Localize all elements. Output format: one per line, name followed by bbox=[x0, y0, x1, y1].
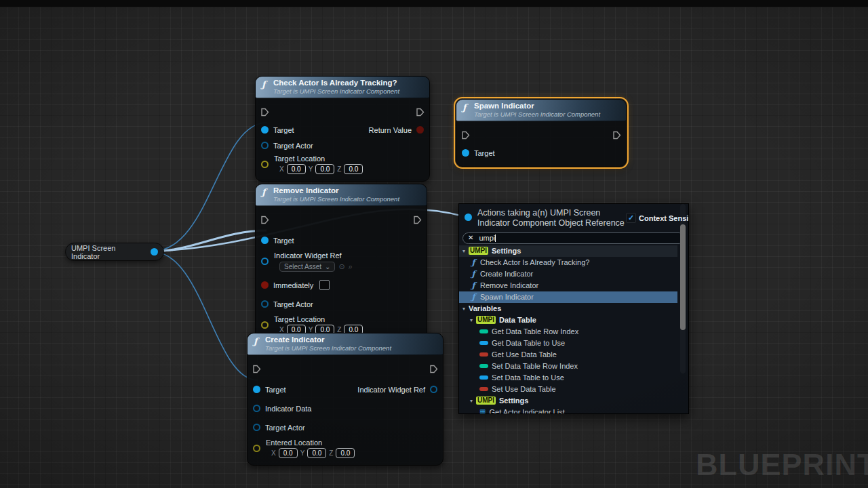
menu-item-set-data-table-to-use[interactable]: Set Data Table to Use bbox=[459, 372, 677, 384]
exec-out-pin[interactable] bbox=[413, 216, 422, 224]
target-pin[interactable] bbox=[462, 149, 469, 157]
target-location-label: Target Location bbox=[274, 315, 421, 323]
immediately-pin[interactable] bbox=[261, 281, 269, 289]
node-header-spawn[interactable]: ƒ Spawn Indicator Target is UMPI Screen … bbox=[456, 100, 626, 121]
context-sensitive-checkbox[interactable]: ✓ bbox=[626, 213, 636, 223]
use-asset-icon[interactable]: ⊙ bbox=[338, 262, 344, 271]
umpi-highlight-chip: UMPI bbox=[476, 316, 496, 324]
menu-item-list: ▾UMPISettingsƒCheck Actor Is Already Tra… bbox=[459, 245, 688, 415]
target-actor-pin[interactable] bbox=[253, 424, 260, 431]
menu-search-input[interactable]: ✕ umpi bbox=[462, 232, 685, 244]
variable-node-umpi-screen-indicator[interactable]: UMPI Screen Indicator bbox=[65, 243, 164, 261]
menu-item-label: Spawn Indicator bbox=[480, 293, 534, 301]
indicator-data-pin[interactable] bbox=[253, 405, 260, 412]
return-value-pin[interactable] bbox=[416, 126, 424, 134]
target-location-pin[interactable] bbox=[261, 161, 269, 168]
menu-item-variables[interactable]: ▾Variables bbox=[459, 303, 677, 314]
browse-asset-icon[interactable]: ⌕ bbox=[349, 262, 353, 271]
node-title: Create Indicator bbox=[265, 336, 437, 344]
target-actor-label: Target Actor bbox=[273, 300, 313, 308]
exec-out-pin[interactable] bbox=[429, 365, 438, 373]
target-actor-label: Target Actor bbox=[265, 424, 305, 432]
menu-item-check-actor-is-already-tracking[interactable]: ƒCheck Actor Is Already Tracking? bbox=[459, 257, 677, 268]
menu-item-create-indicator[interactable]: ƒCreate Indicator bbox=[459, 268, 677, 280]
indicator-widget-ref-out-pin[interactable] bbox=[430, 386, 437, 393]
y-value-field[interactable]: 0.0 bbox=[307, 448, 326, 458]
entered-location-pin[interactable] bbox=[253, 445, 260, 452]
exec-in-pin[interactable] bbox=[252, 365, 261, 373]
node-title: Remove Indicator bbox=[273, 186, 421, 195]
y-value-field[interactable]: 0.0 bbox=[315, 164, 334, 174]
menu-item-settings[interactable]: ▾UMPISettings bbox=[459, 395, 677, 407]
menu-item-spawn-indicator[interactable]: ƒSpawn Indicator bbox=[459, 291, 677, 303]
node-title: Spawn Indicator bbox=[474, 102, 620, 110]
node-body: Target Indicator Widget Ref Indicator Da… bbox=[248, 355, 443, 465]
x-value-field[interactable]: 0.0 bbox=[287, 164, 306, 174]
menu-item-label: Settings bbox=[499, 396, 528, 405]
node-header-check[interactable]: ƒ Check Actor Is Already Tracking? Targe… bbox=[256, 77, 429, 98]
graph-canvas[interactable]: BLUEPRINT UMPI Screen Indicator ƒ Check … bbox=[0, 0, 868, 488]
menu-item-get-data-table-to-use[interactable]: Get Data Table to Use bbox=[459, 338, 677, 349]
variable-output-pin[interactable] bbox=[151, 248, 158, 256]
variable-pin-icon-teal bbox=[479, 329, 488, 333]
x-value-field[interactable]: 0.0 bbox=[279, 448, 298, 458]
function-icon: ƒ bbox=[470, 292, 477, 302]
exec-in-pin[interactable] bbox=[260, 108, 269, 117]
expander-triangle-icon[interactable]: ▾ bbox=[470, 317, 473, 323]
function-icon: ƒ bbox=[262, 79, 266, 89]
clear-search-icon[interactable]: ✕ bbox=[468, 235, 473, 241]
target-actor-pin[interactable] bbox=[261, 300, 269, 308]
target-pin[interactable] bbox=[261, 126, 269, 134]
target-location-label: Target Location bbox=[274, 155, 424, 163]
indicator-widget-ref-pin[interactable] bbox=[261, 258, 269, 265]
target-pin[interactable] bbox=[261, 237, 269, 244]
node-header-remove[interactable]: ƒ Remove Indicator Target is UMPI Screen… bbox=[256, 184, 427, 206]
variable-pin-icon-red bbox=[479, 352, 488, 357]
target-pin-label: Target bbox=[273, 237, 294, 245]
immediately-checkbox[interactable] bbox=[319, 280, 330, 290]
menu-item-label: Create Indicator bbox=[480, 270, 533, 278]
exec-out-pin[interactable] bbox=[612, 131, 621, 140]
menu-item-remove-indicator[interactable]: ƒRemove Indicator bbox=[459, 280, 677, 291]
wire-to-create-target[interactable] bbox=[152, 251, 258, 380]
node-remove-indicator: ƒ Remove Indicator Target is UMPI Screen… bbox=[255, 184, 427, 342]
z-value-field[interactable]: 0.0 bbox=[336, 448, 355, 458]
exec-in-pin[interactable] bbox=[260, 216, 269, 224]
z-value-field[interactable]: 0.0 bbox=[344, 164, 363, 174]
expander-triangle-icon[interactable]: ▾ bbox=[470, 398, 473, 404]
exec-out-pin[interactable] bbox=[416, 108, 425, 117]
menu-item-data-table[interactable]: ▾UMPIData Table bbox=[459, 314, 677, 326]
function-icon: ƒ bbox=[470, 258, 477, 267]
menu-header: Actions taking a(n) UMPI Screen Indicato… bbox=[459, 204, 688, 230]
menu-item-set-use-data-table[interactable]: Set Use Data Table bbox=[459, 384, 677, 395]
menu-item-label: Get Data Table Row Index bbox=[492, 327, 578, 336]
exec-in-pin[interactable] bbox=[461, 131, 470, 140]
target-pin-label: Target bbox=[265, 386, 286, 394]
search-value: umpi bbox=[479, 234, 495, 242]
menu-item-get-use-data-table[interactable]: Get Use Data Table bbox=[459, 349, 677, 361]
menu-item-label: Variables bbox=[469, 304, 501, 312]
expander-triangle-icon[interactable]: ▾ bbox=[462, 306, 465, 312]
menu-item-settings[interactable]: ▾UMPISettings bbox=[459, 245, 677, 257]
expander-triangle-icon[interactable]: ▾ bbox=[462, 248, 465, 254]
target-actor-pin[interactable] bbox=[261, 142, 269, 149]
select-asset-dropdown[interactable]: Select Asset ⌄ bbox=[279, 262, 335, 272]
menu-item-get-data-table-row-index[interactable]: Get Data Table Row Index bbox=[459, 326, 677, 338]
array-icon: ▦ bbox=[479, 409, 486, 414]
node-header-create[interactable]: ƒ Create Indicator Target is UMPI Screen… bbox=[248, 333, 443, 355]
node-title: Check Actor Is Already Tracking? bbox=[273, 79, 424, 87]
node-check-actor-is-already-tracking: ƒ Check Actor Is Already Tracking? Targe… bbox=[255, 76, 430, 182]
menu-item-set-data-table-row-index[interactable]: Set Data Table Row Index bbox=[459, 361, 677, 372]
target-location-pin[interactable] bbox=[261, 321, 269, 329]
target-pin[interactable] bbox=[253, 386, 260, 393]
node-subtitle: Target is UMPI Screen Indicator Componen… bbox=[474, 110, 620, 118]
wire-to-remove-target[interactable] bbox=[152, 230, 267, 251]
menu-item-get-actor-indicator-list[interactable]: ▦Get Actor Indicator List bbox=[459, 407, 677, 415]
umpi-highlight-chip: UMPI bbox=[476, 396, 496, 405]
menu-item-label: Get Actor Indicator List bbox=[489, 408, 564, 414]
variable-pin-icon-teal bbox=[479, 364, 488, 368]
function-icon: ƒ bbox=[254, 336, 258, 346]
target-pin-label: Target bbox=[474, 149, 495, 157]
variable-pin-icon-red bbox=[479, 387, 488, 391]
menu-scrollbar-thumb[interactable] bbox=[680, 224, 686, 330]
